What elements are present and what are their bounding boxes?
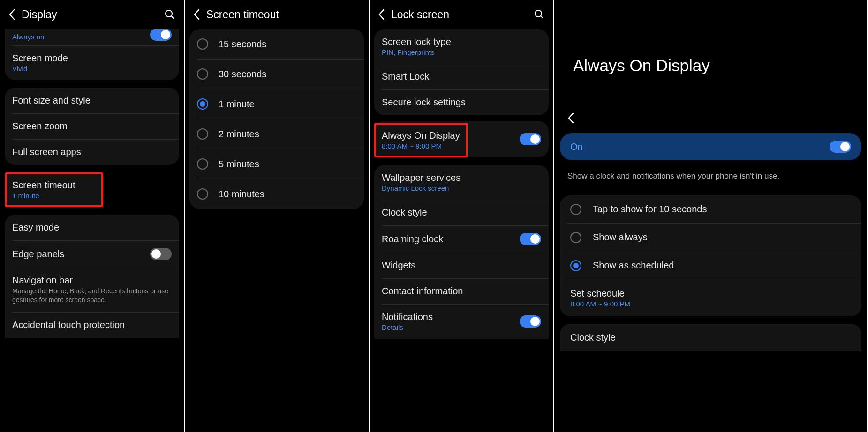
card-font-zoom: Font size and style Screen zoom Full scr… [5,88,179,165]
label-roaming-clock: Roaming clock [382,234,520,245]
row-full-screen-apps[interactable]: Full screen apps [5,139,179,165]
page-title: Always On Display [554,0,867,112]
lock-screen-settings: Lock screen Screen lock type PIN, Finger… [370,0,554,432]
row-clock-style[interactable]: Clock style [374,200,549,225]
header: Lock screen [370,0,553,29]
label-clock-style: Clock style [382,207,541,218]
sub-screen-lock-type: PIN, Fingerprints [382,48,541,56]
radio-icon [197,128,208,140]
label-widgets: Widgets [382,260,541,271]
label-touch-protection: Accidental touch protection [12,320,172,330]
label-screen-mode: Screen mode [12,53,172,64]
display-settings-screen: Display Always on Screen mode Vivid Font… [0,0,185,432]
back-icon[interactable] [8,9,15,20]
aod-description: Show a clock and notifications when your… [554,171,867,195]
row-aod-clock-style[interactable]: Clock style [560,324,861,351]
header: Screen timeout [185,0,369,29]
card-lock-more: Wallpaper services Dynamic Lock screen C… [374,165,549,339]
toggle-notifications[interactable] [520,315,541,328]
option-1m[interactable]: 1 minute [189,89,364,119]
label-5m: 5 minutes [219,159,259,170]
option-show-always[interactable]: Show always [560,223,861,252]
option-30s[interactable]: 30 seconds [189,59,364,89]
label-navigation-bar: Navigation bar [12,275,172,286]
back-icon[interactable] [554,112,867,124]
toggle-roaming-clock[interactable] [520,233,541,245]
label-font-size: Font size and style [12,95,172,106]
sub-screen-mode: Vivid [12,65,172,73]
option-5m[interactable]: 5 minutes [189,149,364,179]
aod-master-toggle[interactable]: On [560,133,861,160]
label-1m: 1 minute [219,99,255,110]
label-set-schedule: Set schedule [570,288,851,299]
option-2m[interactable]: 2 minutes [189,119,364,149]
search-icon[interactable] [164,9,175,20]
row-screen-zoom[interactable]: Screen zoom [5,113,179,139]
row-easy-mode[interactable]: Easy mode [5,215,179,240]
sub-wallpaper: Dynamic Lock screen [382,184,541,192]
screen-timeout-screen: Screen timeout 15 seconds 30 seconds 1 m… [185,0,370,432]
page-title: Lock screen [391,8,534,21]
row-edge-panels[interactable]: Edge panels [5,240,179,268]
row-notifications[interactable]: Notifications Details [374,304,549,339]
radio-icon [570,232,581,243]
option-tap-to-show[interactable]: Tap to show for 10 seconds [560,195,861,223]
back-icon[interactable] [193,9,200,20]
always-on-display-screen: Always On Display On Show a clock and no… [554,0,868,432]
option-show-scheduled[interactable]: Show as scheduled [560,252,861,280]
toggle-aod-master[interactable] [830,141,851,153]
row-screen-timeout[interactable]: Screen timeout 1 minute [7,174,101,205]
row-touch-protection[interactable]: Accidental touch protection [5,312,179,338]
toggle-edge-panels[interactable] [150,248,172,260]
sub-set-schedule: 8:00 AM ~ 9:00 PM [570,300,851,308]
card-screen-timeout[interactable]: Screen timeout 1 minute [5,172,103,207]
radio-icon [197,188,208,200]
row-wallpaper[interactable]: Wallpaper services Dynamic Lock screen [374,165,549,200]
row-contact-info[interactable]: Contact information [374,278,549,304]
card-lock-type: Screen lock type PIN, Fingerprints Smart… [374,29,549,115]
label-secure-lock: Secure lock settings [382,97,541,108]
card-more-display: Easy mode Edge panels Navigation bar Man… [5,215,179,338]
row-widgets[interactable]: Widgets [374,253,549,278]
label-easy-mode: Easy mode [12,222,172,233]
card-always-on-display[interactable]: Always On Display 8:00 AM ~ 9:00 PM [374,123,468,157]
radio-icon [570,204,581,215]
card-timeout-options: 15 seconds 30 seconds 1 minute 2 minutes… [189,29,364,209]
row-navigation-bar[interactable]: Navigation bar Manage the Home, Back, an… [5,268,179,312]
card-aod-clock: Clock style [560,324,861,351]
back-icon[interactable] [378,9,385,20]
row-secure-lock[interactable]: Secure lock settings [374,89,549,115]
page-title: Display [22,8,164,21]
sub-aod: 8:00 AM ~ 9:00 PM [382,142,460,150]
toggle-aod[interactable] [520,133,541,145]
row-screen-mode[interactable]: Screen mode Vivid [5,45,179,80]
label-screen-lock-type: Screen lock type [382,37,541,47]
label-screen-timeout: Screen timeout [12,180,96,191]
radio-icon [197,158,208,170]
label-aod: Always On Display [382,130,460,141]
desc-navigation-bar: Manage the Home, Back, and Recents butto… [12,287,172,305]
radio-icon [197,38,208,50]
search-icon[interactable] [534,9,545,20]
label-always-on: Always on [12,33,150,41]
sub-notifications: Details [382,323,520,331]
row-font-size[interactable]: Font size and style [5,88,179,113]
label-edge-panels: Edge panels [12,249,150,260]
row-aod[interactable]: Always On Display 8:00 AM ~ 9:00 PM [376,125,466,156]
option-10m[interactable]: 10 minutes [189,179,364,209]
row-always-on[interactable]: Always on [5,29,179,45]
label-notifications: Notifications [382,312,520,322]
row-set-schedule[interactable]: Set schedule 8:00 AM ~ 9:00 PM [560,280,861,316]
label-smart-lock: Smart Lock [382,71,541,82]
label-aod-clock-style: Clock style [570,332,851,343]
label-tap-to-show: Tap to show for 10 seconds [593,204,707,215]
toggle-always-on[interactable] [150,29,172,41]
option-15s[interactable]: 15 seconds [189,29,364,59]
card-aod-mode: Tap to show for 10 seconds Show always S… [560,195,861,316]
row-roaming-clock[interactable]: Roaming clock [374,225,549,253]
label-10m: 10 minutes [219,189,264,200]
row-smart-lock[interactable]: Smart Lock [374,64,549,89]
row-screen-lock-type[interactable]: Screen lock type PIN, Fingerprints [374,29,549,64]
label-on: On [570,142,830,152]
label-30s: 30 seconds [219,69,266,80]
